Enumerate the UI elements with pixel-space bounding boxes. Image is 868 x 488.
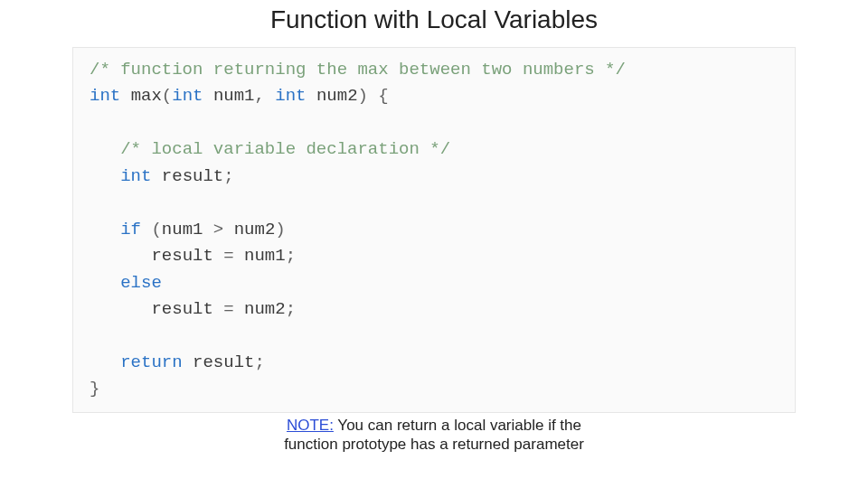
code-token: ; xyxy=(254,352,264,372)
code-token xyxy=(307,86,316,106)
code-token xyxy=(90,352,120,372)
code-token: ; xyxy=(286,246,296,266)
code-token: ) xyxy=(358,86,368,106)
code-token xyxy=(90,273,120,293)
code-token: ; xyxy=(223,166,233,186)
code-token: ( xyxy=(162,86,172,106)
code-token: else xyxy=(120,273,162,293)
slide-title: Function with Local Variables xyxy=(0,5,868,34)
code-token: , xyxy=(254,86,264,106)
code-token: /* function returning the max between tw… xyxy=(90,60,626,80)
code-token: num1 xyxy=(213,86,255,106)
code-token: } xyxy=(90,379,99,399)
code-token xyxy=(183,352,193,372)
code-token xyxy=(90,299,151,319)
code-token xyxy=(213,246,223,266)
code-token xyxy=(265,86,275,106)
code-token xyxy=(223,220,233,239)
code-token xyxy=(90,246,151,266)
footer-note: NOTE: You can return a local variable if… xyxy=(0,416,868,455)
code-token: result xyxy=(151,299,212,319)
code-token xyxy=(234,299,244,319)
slide: Function with Local Variables /* functio… xyxy=(0,0,868,488)
code-panel: /* function returning the max between tw… xyxy=(72,47,796,413)
code-token: int xyxy=(90,86,120,106)
code-token: ( xyxy=(151,220,161,239)
code-token: = xyxy=(223,246,233,266)
code-token xyxy=(234,246,244,266)
code-token: = xyxy=(223,299,233,319)
code-token: int xyxy=(120,166,151,186)
code-token: > xyxy=(213,220,223,239)
code-token xyxy=(213,299,223,319)
code-token: result xyxy=(162,166,223,186)
code-token xyxy=(90,220,120,239)
code-token: if xyxy=(120,220,141,239)
code-token: result xyxy=(193,352,254,372)
code-token: max xyxy=(131,86,162,106)
note-text-line1: You can return a local variable if the xyxy=(334,417,581,434)
code-token xyxy=(368,86,378,106)
code-token xyxy=(90,166,120,186)
code-token: return xyxy=(120,352,182,372)
code-token xyxy=(141,220,151,239)
code-token: num2 xyxy=(234,220,276,239)
code-token: num1 xyxy=(244,246,286,266)
code-token xyxy=(203,86,212,106)
note-text-line2: function prototype has a returned parame… xyxy=(284,436,584,453)
code-block: /* function returning the max between tw… xyxy=(90,57,778,403)
code-token xyxy=(90,139,120,159)
code-token: num1 xyxy=(162,220,203,239)
code-token xyxy=(151,166,161,186)
code-token: ) xyxy=(275,220,285,239)
code-token: /* local variable declaration */ xyxy=(120,139,450,159)
code-token: int xyxy=(172,86,203,106)
code-token xyxy=(120,86,130,106)
code-token: num2 xyxy=(316,86,358,106)
code-token: num2 xyxy=(244,299,286,319)
code-token: result xyxy=(151,246,212,266)
code-token: { xyxy=(378,86,388,106)
note-label: NOTE: xyxy=(287,417,334,434)
code-token xyxy=(203,220,212,239)
code-token: ; xyxy=(286,299,296,319)
code-token: int xyxy=(275,86,306,106)
